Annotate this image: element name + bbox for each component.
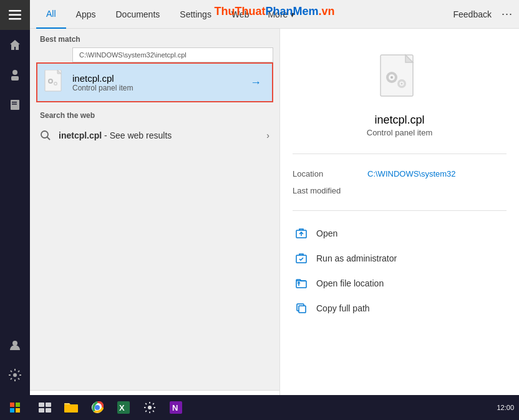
run-as-admin-action[interactable]: Run as administrator [293,247,507,270]
location-row: Location C:\WINDOWS\system32 [293,165,507,182]
svg-rect-35 [296,281,306,288]
open-action[interactable]: Open [293,222,507,245]
file-path-bar: C:\WINDOWS\system32\inetcpl.cpl [72,47,273,62]
best-match-text: inetcpl.cpl Control panel item [66,73,246,92]
svg-rect-46 [64,404,78,413]
hamburger-menu[interactable] [0,0,30,30]
taskview-button[interactable] [32,395,57,420]
search-web-text: inetcpl.cpl - See web results [51,130,266,140]
open-file-location-label: Open file location [316,278,384,288]
svg-point-51 [148,406,152,409]
file-type-large: Control panel item [367,128,433,137]
open-icon [295,227,308,240]
svg-rect-41 [16,408,20,413]
file-preview: inetcpl.cpl Control panel item [293,41,507,147]
svg-rect-38 [10,403,14,407]
excel-taskbar-button[interactable]: X [111,395,136,420]
svg-rect-5 [11,100,19,110]
svg-rect-40 [10,408,14,413]
right-panel: inetcpl.cpl Control panel item Location … [279,29,519,420]
best-match-item[interactable]: inetcpl.cpl Control panel item → [36,62,273,102]
last-modified-label: Last modified [293,186,367,195]
svg-point-19 [41,131,48,138]
svg-rect-0 [9,10,21,12]
best-match-label: Best match [30,29,279,47]
svg-rect-1 [9,14,21,16]
tab-all[interactable]: All [36,0,66,29]
best-match-container: C:\WINDOWS\system32\inetcpl.cpl [30,47,279,102]
top-nav: All Apps Documents Settings Web More ▾ T… [30,0,519,29]
tab-documents[interactable]: Documents [105,0,170,29]
search-icon [40,130,51,141]
feedback-button[interactable]: Feedback [454,9,492,19]
action-list: Open Run as administrator [293,217,507,320]
svg-line-20 [47,137,51,140]
open-file-location-action[interactable]: Open file location [293,272,507,295]
svg-rect-3 [11,76,19,81]
onenote-taskbar-button[interactable]: N [163,395,188,420]
taskbar-clock: 12:00 [497,404,514,411]
more-options-button[interactable]: ··· [502,7,513,21]
svg-point-28 [390,76,393,79]
content-area: Best match C:\WINDOWS\system32\inetcpl.c… [30,29,519,420]
svg-point-18 [55,83,57,85]
svg-point-48 [95,405,100,410]
settings-taskbar-button[interactable] [137,395,162,420]
open-label: Open [316,228,337,238]
tab-web[interactable]: Web [221,0,260,29]
svg-rect-42 [39,403,44,407]
start-button[interactable] [0,395,30,420]
cpl-file-icon [44,71,66,94]
main-content: All Apps Documents Settings Web More ▾ T… [30,0,519,420]
best-match-name: inetcpl.cpl [72,73,246,84]
location-label: Location [293,169,367,178]
svg-rect-2 [9,18,21,20]
svg-point-9 [13,373,17,377]
left-panel: Best match C:\WINDOWS\system32\inetcpl.c… [30,29,279,420]
svg-rect-37 [299,306,306,313]
tab-more[interactable]: More ▾ [259,0,303,29]
location-value[interactable]: C:\WINDOWS\system32 [367,169,456,178]
nav-right: Feedback ··· [454,7,513,21]
divider-1 [293,154,507,154]
taskbar-right: 12:00 [497,404,519,411]
search-web-item[interactable]: inetcpl.cpl - See web results › [30,124,279,147]
svg-text:X: X [119,403,125,413]
svg-rect-45 [46,408,51,413]
admin-icon [295,252,308,265]
best-match-subtype: Control panel item [72,84,246,92]
home-icon[interactable] [0,30,30,60]
file-name-large: inetcpl.cpl [374,114,424,127]
watermark-part3: .vn [319,5,335,17]
divider-2 [293,210,507,211]
svg-point-31 [400,83,402,85]
person-icon[interactable] [0,60,30,90]
book-icon[interactable] [0,90,30,120]
search-web-chevron-icon: › [266,130,269,140]
svg-rect-43 [46,403,51,407]
sidebar [0,0,30,420]
nav-tabs: All Apps Documents Settings Web More ▾ [36,0,303,29]
search-web-label: Search the web [30,102,279,124]
tab-settings[interactable]: Settings [170,0,221,29]
svg-text:N: N [172,403,178,413]
admin-label: Run as administrator [316,253,397,263]
more-label: More [268,9,288,19]
copy-full-path-action[interactable]: Copy full path [293,297,507,320]
chrome-taskbar-button[interactable] [85,395,110,420]
svg-rect-39 [16,403,20,407]
tab-apps[interactable]: Apps [66,0,106,29]
copy-icon [295,302,308,315]
file-meta: Location C:\WINDOWS\system32 Last modifi… [293,160,507,204]
svg-point-16 [49,80,52,82]
more-chevron-icon: ▾ [290,9,294,19]
file-icon-large [378,54,422,106]
folder-icon [295,277,308,290]
taskbar: X N 12:00 [0,395,519,420]
user-account-icon[interactable] [0,330,30,360]
folder-taskbar-button[interactable] [59,395,84,420]
open-arrow-button[interactable]: → [246,69,266,96]
svg-rect-44 [39,408,44,413]
svg-point-8 [12,341,17,346]
settings-icon[interactable] [0,360,30,390]
